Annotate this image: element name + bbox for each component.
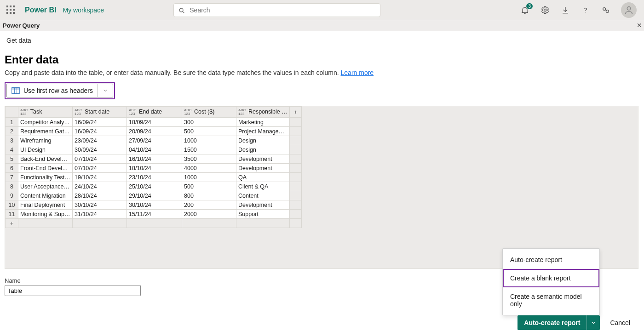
cell[interactable]: Marketing <box>236 118 290 127</box>
search-input[interactable] <box>173 3 380 17</box>
cell[interactable]: Back-End Develop... <box>18 154 73 164</box>
cell[interactable]: UI Design <box>18 145 73 154</box>
cell[interactable]: 07/10/24 <box>73 164 127 173</box>
cell[interactable]: 4000 <box>182 164 236 173</box>
cancel-button[interactable]: Cancel <box>607 315 633 330</box>
menu-item[interactable]: Create a blank report <box>503 269 599 287</box>
cell[interactable]: 16/09/24 <box>73 127 127 136</box>
cell[interactable]: 200 <box>182 200 236 210</box>
col-header-task[interactable]: ABC123 Task <box>18 107 73 118</box>
cell[interactable]: Development <box>236 200 290 210</box>
cell[interactable]: 300 <box>182 118 236 127</box>
notifications-icon[interactable]: 3 <box>520 5 530 15</box>
cell[interactable]: 500 <box>182 127 236 136</box>
download-icon[interactable] <box>560 5 570 15</box>
cell[interactable]: Monitoring & Support <box>18 210 73 219</box>
row-number[interactable]: 4 <box>6 145 18 154</box>
table-row[interactable]: 9Content Migration28/10/2429/10/24800Con… <box>6 191 302 200</box>
row-number[interactable]: 10 <box>6 200 18 210</box>
cell[interactable]: 25/10/24 <box>127 182 182 191</box>
col-header-team[interactable]: ABC123 Responsible Te... <box>236 107 290 118</box>
table-row[interactable]: 6Front-End Develop...07/10/2418/10/24400… <box>6 164 302 173</box>
table-row[interactable]: 1Competitor Analysis16/09/2418/09/24300M… <box>6 118 302 127</box>
row-number[interactable]: 3 <box>6 136 18 145</box>
menu-item[interactable]: Create a semantic model only <box>503 287 599 313</box>
cell[interactable]: 31/10/24 <box>73 210 127 219</box>
table-row[interactable]: 11Monitoring & Support31/10/2415/11/2420… <box>6 210 302 219</box>
cell[interactable]: Support <box>236 210 290 219</box>
cell[interactable]: Requirement Gathe... <box>18 127 73 136</box>
workspace-link[interactable]: My workspace <box>63 6 104 14</box>
table-row[interactable]: 7Functionality Testing19/10/2423/10/2410… <box>6 173 302 182</box>
table-row[interactable]: 4UI Design30/09/2404/10/241500Design <box>6 145 302 154</box>
cell[interactable]: Project Management <box>236 127 290 136</box>
menu-item[interactable]: Auto-create report <box>503 251 599 269</box>
cell[interactable]: 29/10/24 <box>127 191 182 200</box>
cell[interactable]: 16/09/24 <box>73 118 127 127</box>
help-icon[interactable] <box>581 5 591 15</box>
cell[interactable]: Design <box>236 136 290 145</box>
name-input[interactable] <box>5 285 141 296</box>
auto-create-caret[interactable] <box>586 315 600 330</box>
row-number[interactable]: 5 <box>6 154 18 164</box>
cell[interactable]: User Acceptance T... <box>18 182 73 191</box>
cell[interactable]: 15/11/24 <box>127 210 182 219</box>
cell[interactable]: 19/10/24 <box>73 173 127 182</box>
row-number[interactable]: 9 <box>6 191 18 200</box>
col-header-cost[interactable]: ABC123 Cost ($) <box>182 107 236 118</box>
avatar[interactable] <box>621 2 637 18</box>
cell[interactable]: Competitor Analysis <box>18 118 73 127</box>
close-icon[interactable]: ✕ <box>637 22 642 29</box>
cell[interactable]: 30/09/24 <box>73 145 127 154</box>
cell[interactable]: Final Deployment <box>18 200 73 210</box>
cell[interactable]: 04/10/24 <box>127 145 182 154</box>
use-first-row-button[interactable]: Use first row as headers <box>6 84 113 97</box>
cell[interactable]: 23/10/24 <box>127 173 182 182</box>
add-row-button[interactable]: + <box>6 219 302 228</box>
cell[interactable]: Development <box>236 154 290 164</box>
cell[interactable]: QA <box>236 173 290 182</box>
learn-more-link[interactable]: Learn more <box>341 69 374 76</box>
cell[interactable]: 800 <box>182 191 236 200</box>
table-row[interactable]: 3Wireframing23/09/2427/09/241000Design <box>6 136 302 145</box>
cell[interactable]: 1000 <box>182 136 236 145</box>
cell[interactable]: 18/09/24 <box>127 118 182 127</box>
table-row[interactable]: 5Back-End Develop...07/10/2416/10/243500… <box>6 154 302 164</box>
row-number[interactable]: 7 <box>6 173 18 182</box>
row-number[interactable]: 8 <box>6 182 18 191</box>
use-first-row-caret[interactable] <box>98 85 113 96</box>
cell[interactable]: 28/10/24 <box>73 191 127 200</box>
cell[interactable]: 24/10/24 <box>73 182 127 191</box>
cell[interactable]: 27/09/24 <box>127 136 182 145</box>
cell[interactable]: 500 <box>182 182 236 191</box>
table-row[interactable]: 2Requirement Gathe...16/09/2420/09/24500… <box>6 127 302 136</box>
cell[interactable]: 1000 <box>182 173 236 182</box>
cell[interactable]: Front-End Develop... <box>18 164 73 173</box>
table-row[interactable]: 8User Acceptance T...24/10/2425/10/24500… <box>6 182 302 191</box>
row-number[interactable]: 2 <box>6 127 18 136</box>
cell[interactable]: Content Migration <box>18 191 73 200</box>
cell[interactable]: 3500 <box>182 154 236 164</box>
get-data-link[interactable]: Get data <box>5 33 33 50</box>
settings-icon[interactable] <box>540 5 550 15</box>
cell[interactable]: 18/10/24 <box>127 164 182 173</box>
auto-create-button[interactable]: Auto-create report <box>518 315 586 330</box>
cell[interactable]: Functionality Testing <box>18 173 73 182</box>
cell[interactable]: 30/10/24 <box>73 200 127 210</box>
col-header-start[interactable]: ABC123 Start date <box>73 107 127 118</box>
cell[interactable]: Design <box>236 145 290 154</box>
cell[interactable]: 23/09/24 <box>73 136 127 145</box>
row-number[interactable]: 11 <box>6 210 18 219</box>
cell[interactable]: 16/10/24 <box>127 154 182 164</box>
feedback-icon[interactable] <box>601 5 611 15</box>
cell[interactable]: 30/10/24 <box>127 200 182 210</box>
row-number[interactable]: 1 <box>6 118 18 127</box>
cell[interactable]: Development <box>236 164 290 173</box>
cell[interactable]: 07/10/24 <box>73 154 127 164</box>
cell[interactable]: 20/09/24 <box>127 127 182 136</box>
row-number[interactable]: 6 <box>6 164 18 173</box>
app-launcher-icon[interactable] <box>6 6 16 15</box>
col-header-end[interactable]: ABC123 End date <box>127 107 182 118</box>
cell[interactable]: Wireframing <box>18 136 73 145</box>
cell[interactable]: 2000 <box>182 210 236 219</box>
